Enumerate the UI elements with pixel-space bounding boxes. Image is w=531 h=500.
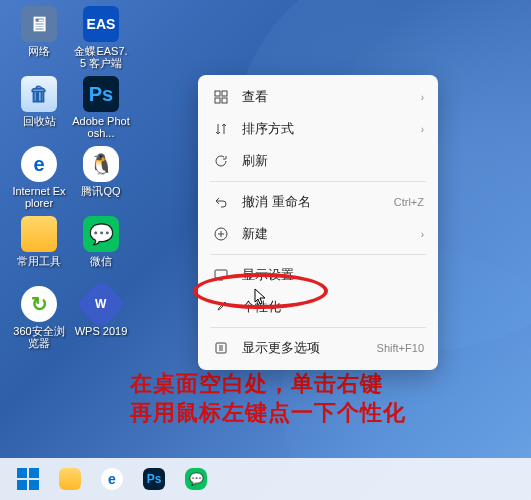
- menu-refresh[interactable]: 刷新: [198, 145, 438, 177]
- icon-label: WPS 2019: [75, 325, 128, 337]
- context-menu: 查看 › 排序方式 › 刷新 撤消 重命名 Ctrl+Z 新建 › 显示设置 个…: [198, 75, 438, 370]
- icon-label: 金蝶EAS7.5 客户端: [72, 45, 130, 69]
- icon-ie[interactable]: e Internet Explorer: [8, 142, 70, 212]
- icon-network[interactable]: 🖥 网络: [8, 2, 70, 72]
- brush-icon: [212, 298, 230, 316]
- svg-rect-1: [222, 91, 227, 96]
- menu-display-settings[interactable]: 显示设置: [198, 259, 438, 291]
- chevron-right-icon: ›: [421, 229, 424, 240]
- tb-ie[interactable]: e: [94, 461, 130, 497]
- grid-icon: [212, 88, 230, 106]
- desktop: 🖥 网络 EAS 金蝶EAS7.5 客户端 🗑 回收站 Ps Adobe Pho…: [0, 0, 140, 354]
- menu-view[interactable]: 查看 ›: [198, 81, 438, 113]
- qq-icon: 🐧: [83, 146, 119, 182]
- menu-shortcut: Ctrl+Z: [394, 196, 424, 208]
- display-icon: [212, 266, 230, 284]
- folder-icon: [59, 468, 81, 490]
- tb-start-button[interactable]: [10, 461, 46, 497]
- menu-separator: [210, 181, 426, 182]
- icon-label: Internet Explorer: [10, 185, 68, 209]
- icon-ps[interactable]: Ps Adobe Photosh...: [70, 72, 132, 142]
- icon-label: 网络: [28, 45, 50, 57]
- icon-qq[interactable]: 🐧 腾讯QQ: [70, 142, 132, 212]
- instruction-text: 在桌面空白处，单击右键 再用鼠标左键点一下个性化: [130, 370, 406, 427]
- menu-label: 个性化: [242, 298, 424, 316]
- tb-ps[interactable]: Ps: [136, 461, 172, 497]
- icon-label: 常用工具: [17, 255, 61, 267]
- menu-label: 排序方式: [242, 120, 415, 138]
- svg-rect-5: [215, 270, 227, 278]
- menu-more-options[interactable]: 显示更多选项 Shift+F10: [198, 332, 438, 364]
- recycle-icon: 🗑: [21, 76, 57, 112]
- menu-shortcut: Shift+F10: [377, 342, 424, 354]
- refresh-icon: [212, 152, 230, 170]
- wechat-icon: 💬: [185, 468, 207, 490]
- icon-eas[interactable]: EAS 金蝶EAS7.5 客户端: [70, 2, 132, 72]
- menu-label: 显示设置: [242, 266, 424, 284]
- menu-label: 查看: [242, 88, 415, 106]
- icon-label: 回收站: [23, 115, 56, 127]
- menu-personalize[interactable]: 个性化: [198, 291, 438, 323]
- more-icon: [212, 339, 230, 357]
- menu-sort[interactable]: 排序方式 ›: [198, 113, 438, 145]
- icon-folder[interactable]: 常用工具: [8, 212, 70, 282]
- icon-label: 360安全浏览器: [10, 325, 68, 349]
- folder-icon: [21, 216, 57, 252]
- instruction-line2: 再用鼠标左键点一下个性化: [130, 399, 406, 428]
- svg-rect-0: [215, 91, 220, 96]
- menu-separator: [210, 254, 426, 255]
- eas-icon: EAS: [83, 6, 119, 42]
- menu-label: 新建: [242, 225, 415, 243]
- menu-label: 刷新: [242, 152, 424, 170]
- instruction-line1: 在桌面空白处，单击右键: [130, 370, 406, 399]
- taskbar: e Ps 💬: [0, 458, 531, 500]
- menu-label: 撤消 重命名: [242, 193, 394, 211]
- sort-icon: [212, 120, 230, 138]
- ie-icon: e: [101, 468, 123, 490]
- icon-label: 微信: [90, 255, 112, 267]
- ie-icon: e: [21, 146, 57, 182]
- plus-icon: [212, 225, 230, 243]
- wps-icon: W: [76, 279, 127, 330]
- menu-new[interactable]: 新建 ›: [198, 218, 438, 250]
- chevron-right-icon: ›: [421, 92, 424, 103]
- 360-icon: ↻: [21, 286, 57, 322]
- icon-wps[interactable]: W WPS 2019: [70, 282, 132, 352]
- menu-label: 显示更多选项: [242, 339, 377, 357]
- tb-wechat[interactable]: 💬: [178, 461, 214, 497]
- icon-label: Adobe Photosh...: [72, 115, 130, 139]
- menu-separator: [210, 327, 426, 328]
- undo-icon: [212, 193, 230, 211]
- icon-recycle[interactable]: 🗑 回收站: [8, 72, 70, 142]
- icon-360[interactable]: ↻ 360安全浏览器: [8, 282, 70, 352]
- icon-label: 腾讯QQ: [81, 185, 120, 197]
- photoshop-icon: Ps: [83, 76, 119, 112]
- photoshop-icon: Ps: [143, 468, 165, 490]
- chevron-right-icon: ›: [421, 124, 424, 135]
- network-icon: 🖥: [21, 6, 57, 42]
- menu-undo[interactable]: 撤消 重命名 Ctrl+Z: [198, 186, 438, 218]
- svg-rect-3: [222, 98, 227, 103]
- icon-wechat[interactable]: 💬 微信: [70, 212, 132, 282]
- svg-rect-2: [215, 98, 220, 103]
- windows-icon: [17, 468, 39, 490]
- wechat-icon: 💬: [83, 216, 119, 252]
- tb-explorer[interactable]: [52, 461, 88, 497]
